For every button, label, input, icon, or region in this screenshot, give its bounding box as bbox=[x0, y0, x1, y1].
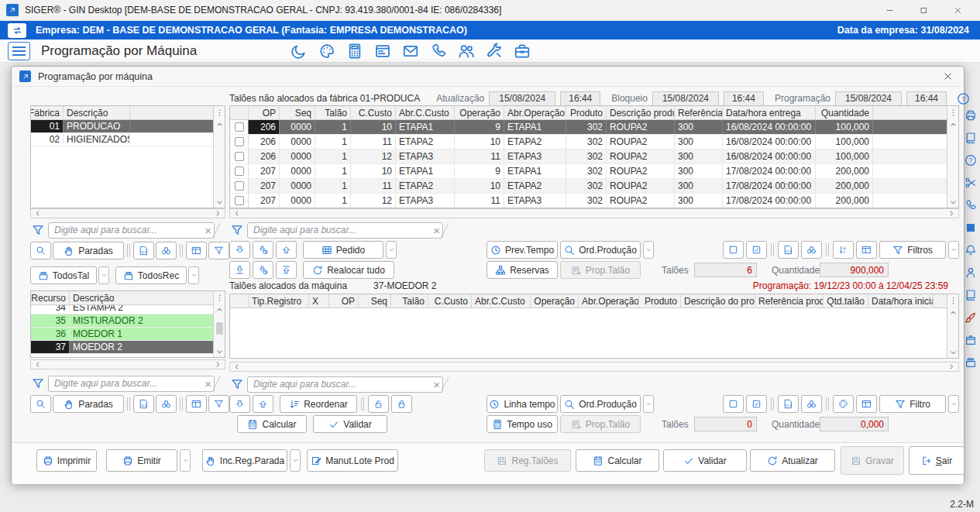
column-header-descricao_produto[interactable]: Descrição do produto bbox=[681, 294, 755, 308]
column-header-seq[interactable]: Seq bbox=[280, 106, 315, 119]
column-header-code[interactable]: Fábrica bbox=[31, 106, 64, 119]
person-icon[interactable] bbox=[965, 266, 978, 279]
column-header-referencia_produto[interactable]: Referência produto bbox=[755, 294, 824, 308]
table-row[interactable]: 2070000111ETAPA210ETAPA2302ROUPA230017/0… bbox=[230, 179, 947, 194]
find-button[interactable] bbox=[156, 395, 177, 413]
clear-search-icon[interactable]: × bbox=[433, 377, 440, 392]
filtro-button[interactable]: Filtro bbox=[879, 395, 946, 413]
help-icon[interactable] bbox=[965, 153, 978, 167]
scroll-left-icon[interactable] bbox=[33, 208, 43, 218]
people-icon[interactable] bbox=[457, 42, 476, 60]
clear-search-icon[interactable]: × bbox=[205, 376, 211, 391]
find-button[interactable] bbox=[801, 241, 822, 259]
scroll-up-icon[interactable] bbox=[215, 119, 225, 129]
column-header-abr_c_custo[interactable]: Abr.C.Custo bbox=[396, 106, 455, 119]
notes-icon[interactable] bbox=[373, 42, 392, 60]
ord-producao-button[interactable]: Ord.Produção bbox=[560, 395, 641, 413]
reservas-button[interactable]: Reservas bbox=[487, 261, 558, 279]
column-header-operacao[interactable]: Operação bbox=[455, 106, 504, 119]
search-button[interactable] bbox=[30, 395, 51, 413]
maximize-icon[interactable] bbox=[912, 2, 935, 19]
vertical-scrollbar[interactable] bbox=[213, 106, 225, 208]
active-module-icon[interactable] bbox=[965, 221, 978, 234]
horizontal-scrollbar[interactable] bbox=[30, 208, 225, 218]
scroll-up-icon[interactable] bbox=[948, 308, 958, 318]
export-xls-button[interactable] bbox=[133, 395, 154, 413]
row-checkbox[interactable] bbox=[235, 137, 244, 146]
clear-search-icon[interactable]: × bbox=[205, 223, 211, 238]
table-row[interactable]: 01PRODUCAO bbox=[31, 120, 213, 133]
atualizar-button[interactable]: Atualizar bbox=[750, 449, 835, 472]
filter-icon[interactable] bbox=[30, 376, 46, 391]
prev-tempo-button[interactable]: Prev.Tempo bbox=[487, 241, 558, 259]
scroll-left-icon[interactable] bbox=[232, 362, 242, 372]
grid-options-icon[interactable] bbox=[949, 294, 958, 308]
filter-button[interactable] bbox=[208, 395, 229, 413]
vertical-scrollbar[interactable] bbox=[947, 106, 958, 208]
lock-button[interactable] bbox=[391, 395, 412, 413]
filter-icon[interactable] bbox=[30, 222, 46, 238]
scroll-down-icon[interactable] bbox=[215, 198, 225, 208]
table-row[interactable]: 34ESTAMPA 2 bbox=[31, 305, 213, 314]
ord-producao-dropdown[interactable] bbox=[643, 395, 654, 413]
box-icon[interactable] bbox=[965, 333, 978, 346]
table-row[interactable]: 37MOEDOR 2 bbox=[31, 341, 213, 354]
filtros-button[interactable]: Filtros bbox=[879, 241, 946, 259]
column-header-operacao[interactable]: Operação bbox=[531, 294, 579, 308]
columns-button[interactable] bbox=[856, 241, 877, 259]
scroll-left-icon[interactable] bbox=[33, 359, 43, 369]
columns-button[interactable] bbox=[186, 395, 207, 413]
row-checkbox[interactable] bbox=[235, 167, 244, 176]
export-xls-button[interactable] bbox=[778, 395, 799, 413]
row-checkbox[interactable] bbox=[235, 152, 244, 161]
move-down-button[interactable] bbox=[229, 395, 250, 413]
column-header-desc[interactable]: Descrição bbox=[64, 106, 130, 119]
calcular-button[interactable]: Calcular bbox=[237, 415, 307, 433]
column-header-desc[interactable]: Descrição bbox=[70, 291, 213, 304]
column-header-referencia[interactable]: Referência bbox=[675, 106, 723, 119]
printer-icon[interactable] bbox=[965, 108, 978, 122]
paradas-button[interactable]: Paradas bbox=[53, 395, 124, 413]
validar-button[interactable]: Validar bbox=[663, 449, 747, 472]
tools-icon[interactable] bbox=[485, 42, 504, 60]
table-row[interactable]: 2060000110ETAPA19ETAPA1302ROUPA230016/08… bbox=[230, 120, 947, 135]
horizontal-scrollbar[interactable] bbox=[30, 359, 225, 369]
calculator-icon[interactable] bbox=[346, 42, 364, 60]
manut-lote-prod-button[interactable]: Manut.Lote Prod bbox=[307, 449, 398, 472]
filter-icon[interactable] bbox=[229, 376, 245, 392]
bell-icon[interactable] bbox=[965, 243, 978, 256]
allocated-search-input[interactable] bbox=[247, 376, 443, 393]
vertical-scrollbar[interactable] bbox=[213, 291, 225, 357]
ord-producao-button[interactable]: Ord.Produção bbox=[560, 241, 641, 259]
scroll-thumb[interactable] bbox=[216, 322, 223, 335]
paradas-button[interactable]: Paradas bbox=[53, 242, 124, 259]
filtros-dropdown[interactable] bbox=[948, 241, 959, 259]
column-header-c_custo[interactable]: C.Custo bbox=[428, 294, 472, 308]
table-row[interactable]: 2070000110ETAPA19ETAPA1302ROUPA230017/08… bbox=[230, 164, 947, 179]
ord-producao-dropdown[interactable] bbox=[643, 241, 654, 259]
filter-button[interactable] bbox=[208, 242, 229, 259]
close-icon[interactable] bbox=[946, 2, 969, 19]
book-icon[interactable] bbox=[965, 131, 978, 144]
deallocate-all-up-button[interactable] bbox=[276, 261, 297, 279]
reordenar-button[interactable]: Reordenar bbox=[280, 395, 357, 413]
column-header-produto[interactable]: Produto bbox=[639, 294, 681, 308]
table-row[interactable]: 2070000112ETAPA311ETAPA3302ROUPA230017/0… bbox=[230, 194, 947, 208]
scroll-down-icon[interactable] bbox=[948, 198, 958, 208]
uncheck-all-button[interactable] bbox=[723, 395, 744, 413]
phone-icon[interactable] bbox=[429, 42, 448, 60]
column-header-tip_registro[interactable]: Tip.Registro bbox=[249, 294, 309, 308]
scroll-right-icon[interactable] bbox=[947, 362, 957, 372]
sair-button[interactable]: Sair bbox=[909, 446, 965, 475]
table-row[interactable]: 2060000111ETAPA210ETAPA2302ROUPA230016/0… bbox=[230, 135, 947, 149]
columns-button[interactable] bbox=[186, 242, 207, 259]
minimize-icon[interactable] bbox=[878, 2, 901, 19]
help-icon[interactable] bbox=[956, 91, 970, 105]
table-row[interactable]: 2060000112ETAPA311ETAPA3302ROUPA230016/0… bbox=[230, 149, 947, 164]
scroll-up-icon[interactable] bbox=[948, 119, 958, 129]
scroll-down-icon[interactable] bbox=[948, 348, 958, 358]
table-row[interactable]: 36MOEDOR 1 bbox=[31, 328, 213, 341]
factories-search-input[interactable] bbox=[48, 222, 215, 239]
emitir-button[interactable]: Emitir bbox=[106, 449, 177, 472]
tempo-uso-button[interactable]: Tempo uso bbox=[487, 415, 558, 433]
